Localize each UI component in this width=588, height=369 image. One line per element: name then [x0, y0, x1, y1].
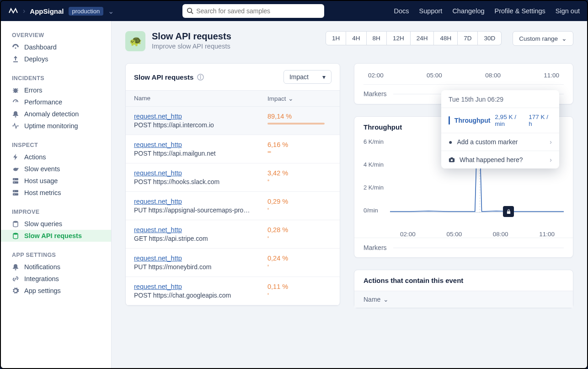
actions-header-name[interactable]: Name ⌄ — [354, 291, 573, 308]
sidebar-item[interactable]: Notifications — [1, 261, 111, 273]
page-subtitle: Improve slow API requests — [152, 43, 231, 50]
sidebar-item-label: Uptime monitoring — [24, 122, 78, 130]
table-row[interactable]: request.net_http GET https://api.stripe.… — [126, 220, 340, 249]
card-title: Slow API requests — [134, 73, 193, 81]
column-header-name[interactable]: Name — [134, 95, 267, 102]
request-link[interactable]: request.net_http — [134, 113, 267, 120]
sidebar-section-title: OVERVIEW — [1, 28, 111, 41]
sidebar-item[interactable]: Deploys — [1, 53, 111, 65]
info-icon[interactable] — [197, 74, 204, 81]
sidebar-item[interactable]: Performance — [1, 96, 111, 108]
tooltip-time: Tue 15th Jun 06:29 — [441, 90, 559, 108]
env-badge[interactable]: production — [69, 7, 104, 16]
app-name[interactable]: AppSignal — [30, 7, 64, 15]
y-axis-label: 6 K/min — [363, 138, 384, 145]
sidebar-item-label: Deploys — [24, 55, 48, 63]
sidebar-item[interactable]: Dashboard — [1, 41, 111, 53]
request-link[interactable]: request.net_http — [134, 141, 267, 148]
time-range-button[interactable]: 30D — [478, 31, 502, 45]
db-icon — [12, 232, 19, 239]
nav-link[interactable]: Sign out — [556, 7, 580, 15]
column-header-impact[interactable]: Impact ⌄ — [267, 95, 331, 102]
bug-icon — [12, 87, 19, 94]
nav-link[interactable]: Support — [419, 7, 443, 15]
custom-range-button[interactable]: Custom range ⌄ — [513, 31, 573, 46]
x-axis-label: 11:00 — [539, 231, 555, 238]
logo-icon — [8, 6, 18, 16]
sidebar-item-label: Host metrics — [24, 189, 61, 196]
time-range-button[interactable]: 12H — [387, 31, 411, 45]
sidebar-item[interactable]: Errors — [1, 84, 111, 96]
y-axis-label: 4 K/min — [363, 161, 384, 168]
time-range-button[interactable]: 24H — [411, 31, 434, 45]
y-axis-label: 0/min — [363, 207, 378, 214]
time-range-button[interactable]: 1H — [326, 31, 346, 45]
actions-title: Actions that contain this event — [354, 270, 573, 291]
request-link[interactable]: request.net_http — [134, 255, 267, 262]
nav-link[interactable]: Docs — [394, 7, 409, 15]
sidebar-section-title: IMPROVE — [1, 205, 111, 218]
search-input[interactable] — [182, 4, 324, 18]
time-range-button[interactable]: 48H — [434, 31, 458, 45]
time-range-button[interactable]: 7D — [458, 31, 478, 45]
sidebar-item[interactable]: Uptime monitoring — [1, 120, 111, 132]
bell-icon — [12, 110, 19, 118]
nav-link[interactable]: Profile & Settings — [495, 7, 545, 15]
sidebar-item[interactable]: Actions — [1, 151, 111, 163]
request-link[interactable]: request.net_http — [134, 226, 267, 233]
tooltip-per-hour: 177 K / h — [529, 114, 552, 127]
sidebar-item-label: Actions — [24, 153, 46, 161]
svg-point-5 — [13, 168, 18, 171]
request-link[interactable]: request.net_http — [134, 283, 267, 290]
svg-point-13 — [14, 191, 15, 192]
main-content: 🐢 Slow API requests Improve slow API req… — [112, 21, 587, 368]
chevron-down-icon[interactable]: ⌄ — [108, 7, 114, 16]
svg-point-17 — [15, 269, 16, 271]
sidebar-item[interactable]: Slow events — [1, 163, 111, 175]
sidebar-item-label: Slow API requests — [24, 232, 82, 239]
impact-select[interactable]: Impact ▾ — [283, 70, 331, 84]
add-marker-button[interactable]: ● Add a custom marker › — [441, 133, 559, 151]
table-row[interactable]: request.net_http PUT https://moneybird.c… — [126, 249, 340, 277]
svg-point-0 — [187, 8, 192, 12]
table-row[interactable]: request.net_http POST https://api.interc… — [126, 107, 340, 135]
time-range-button[interactable]: 8H — [367, 31, 387, 45]
lock-marker-icon[interactable] — [503, 206, 514, 217]
sidebar-item-label: Host usage — [24, 177, 58, 184]
caret-down-icon: ▾ — [322, 73, 326, 81]
sidebar-item[interactable]: Host usage — [1, 175, 111, 187]
table-row[interactable]: request.net_http POST https://chat.googl… — [126, 277, 340, 305]
time-tick: 02:00 — [368, 72, 384, 79]
dashboard-icon — [12, 43, 19, 51]
sidebar-item[interactable]: Slow queries — [1, 218, 111, 230]
markers-label: Markers — [363, 244, 387, 251]
gear-icon — [12, 287, 19, 294]
time-range-button[interactable]: 4H — [346, 31, 366, 45]
request-link[interactable]: request.net_http — [134, 198, 267, 205]
sidebar-item[interactable]: App settings — [1, 285, 111, 297]
table-row[interactable]: request.net_http PUT https://appsignal-s… — [126, 192, 340, 220]
nav-link[interactable]: Changelog — [452, 7, 484, 15]
sidebar-item[interactable]: Host metrics — [1, 187, 111, 199]
table-row[interactable]: request.net_http POST https://hooks.slac… — [126, 163, 340, 192]
db-icon — [12, 220, 19, 228]
sidebar-item[interactable]: Slow API requests — [1, 230, 111, 242]
turtle-icon — [12, 165, 19, 173]
svg-point-15 — [13, 221, 18, 223]
top-nav: › AppSignal production ⌄ DocsSupportChan… — [1, 1, 587, 21]
time-range-group: 1H4H8H12H24H48H7D30D — [326, 31, 502, 45]
tooltip-color-bar — [449, 116, 450, 125]
request-detail: GET https://api.stripe.com — [134, 235, 267, 242]
sidebar-item[interactable]: Anomaly detection — [1, 108, 111, 120]
table-row[interactable]: request.net_http POST https://api.mailgu… — [126, 135, 340, 163]
impact-bar — [267, 123, 325, 125]
svg-rect-25 — [507, 211, 510, 214]
request-detail: POST https://api.mailgun.net — [134, 150, 267, 157]
markers-line — [393, 248, 564, 248]
impact-bar — [267, 236, 269, 238]
sidebar-item[interactable]: Integrations — [1, 273, 111, 285]
svg-rect-2 — [13, 61, 18, 62]
impact-bar — [267, 151, 271, 153]
request-link[interactable]: request.net_http — [134, 169, 267, 177]
what-happened-button[interactable]: What happened here? › — [441, 151, 559, 168]
